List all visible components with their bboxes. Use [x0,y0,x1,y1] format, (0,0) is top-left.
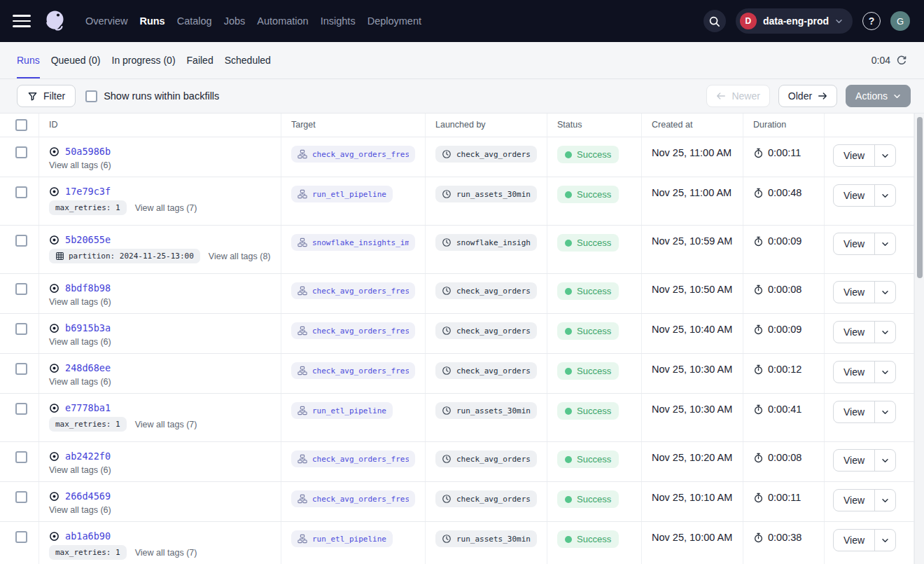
nav-insights[interactable]: Insights [321,15,356,27]
dagster-logo[interactable] [42,8,69,34]
row-checkbox[interactable] [15,283,27,295]
scrollbar-thumb[interactable] [917,117,923,278]
target-pill[interactable]: run_etl_pipeline [291,530,393,547]
target-pill[interactable]: check_avg_orders_freshne [291,450,415,467]
row-checkbox[interactable] [15,451,27,463]
select-all-checkbox[interactable] [15,119,27,131]
run-id-link[interactable]: e7778ba1 [65,402,111,413]
launched-by-pill[interactable]: snowflake_insights_… [435,234,537,251]
tab-runs[interactable]: Runs [17,42,40,78]
tab-in-progress[interactable]: In progress (0) [112,42,176,78]
view-all-tags-link[interactable]: View all tags (6) [49,337,111,347]
launched-by-pill[interactable]: check_avg_orders_f… [435,322,537,339]
run-id-link[interactable]: 266d4569 [65,490,111,502]
run-id-link[interactable]: 8bdf8b98 [65,282,111,294]
nav-catalog[interactable]: Catalog [177,15,212,27]
target-pill[interactable]: check_avg_orders_freshne [291,490,415,507]
view-button[interactable]: View [834,322,874,343]
view-button[interactable]: View [834,401,874,422]
asset-graph-icon [298,534,307,544]
newer-button[interactable]: Newer [706,85,769,107]
launched-by-pill[interactable]: run_assets_30min [435,186,537,202]
tab-scheduled[interactable]: Scheduled [225,42,271,78]
actions-button[interactable]: Actions [846,85,911,107]
run-id-link[interactable]: b6915b3a [65,322,111,333]
run-id-link[interactable]: 248d68ee [65,362,111,373]
view-all-tags-link[interactable]: View all tags (6) [49,160,111,170]
older-button[interactable]: Older [778,85,837,107]
view-all-tags-link[interactable]: View all tags (6) [49,377,111,387]
filter-button[interactable]: Filter [17,85,76,107]
target-pill[interactable]: check_avg_orders_freshne [291,282,415,299]
view-dropdown-button[interactable] [874,490,895,511]
run-id-link[interactable]: ab1a6b90 [65,530,111,542]
view-all-tags-link[interactable]: View all tags (8) [209,252,271,261]
view-dropdown-button[interactable] [874,185,895,206]
row-checkbox[interactable] [15,235,27,247]
view-button[interactable]: View [834,185,874,206]
scrollbar-track[interactable] [914,114,924,564]
menu-icon[interactable] [13,15,31,27]
view-dropdown-button[interactable] [874,401,895,422]
target-pill[interactable]: run_etl_pipeline [291,186,393,202]
row-checkbox[interactable] [15,531,27,543]
view-button[interactable]: View [834,362,874,383]
target-pill[interactable]: check_avg_orders_freshne [291,146,415,163]
view-all-tags-link[interactable]: View all tags (7) [135,548,197,558]
nav-deployment[interactable]: Deployment [368,15,421,27]
launched-by-pill[interactable]: check_avg_orders_f… [435,362,537,379]
launched-by-pill[interactable]: check_avg_orders_f… [435,490,537,507]
launched-by-pill[interactable]: check_avg_orders_f… [435,282,537,299]
view-dropdown-button[interactable] [874,450,895,471]
view-all-tags-link[interactable]: View all tags (6) [49,505,111,515]
view-dropdown-button[interactable] [874,362,895,383]
help-button[interactable]: ? [862,12,881,30]
run-target-icon [49,235,59,245]
tab-queued[interactable]: Queued (0) [51,42,101,78]
show-backfills-checkbox[interactable] [85,90,97,102]
view-dropdown-button[interactable] [874,145,895,166]
target-pill[interactable]: check_avg_orders_freshne [291,322,415,339]
launched-by-pill[interactable]: run_assets_30min [435,402,537,419]
target-pill[interactable]: run_etl_pipeline [291,402,393,419]
user-avatar[interactable]: G [890,11,910,31]
view-dropdown-button[interactable] [874,282,895,303]
view-all-tags-link[interactable]: View all tags (7) [135,203,197,213]
view-button[interactable]: View [834,490,874,511]
view-all-tags-link[interactable]: View all tags (6) [49,297,111,307]
run-id-link[interactable]: 17e79c3f [65,186,111,197]
nav-overview[interactable]: Overview [85,15,127,27]
row-checkbox[interactable] [15,146,27,158]
deployment-switcher[interactable]: D data-eng-prod [736,8,853,34]
tab-failed[interactable]: Failed [187,42,214,78]
view-button[interactable]: View [834,530,874,551]
view-all-tags-link[interactable]: View all tags (6) [49,465,111,475]
target-pill[interactable]: snowflake_insights_import [291,234,415,251]
row-checkbox[interactable] [15,186,27,198]
row-checkbox[interactable] [15,403,27,415]
view-all-tags-link[interactable]: View all tags (7) [135,420,197,429]
run-id-link[interactable]: 50a5986b [65,146,111,157]
view-button[interactable]: View [834,233,874,254]
view-button[interactable]: View [834,145,874,166]
run-id-link[interactable]: 5b20655e [65,234,111,245]
nav-automation[interactable]: Automation [257,15,308,27]
view-dropdown-button[interactable] [874,530,895,551]
refresh-icon[interactable] [896,55,907,66]
launched-by-pill[interactable]: run_assets_30min [435,530,537,547]
runs-table-body: 50a5986b View all tags (6) check_avg_ord… [0,137,914,564]
view-button[interactable]: View [834,282,874,303]
nav-jobs[interactable]: Jobs [224,15,246,27]
search-button[interactable] [704,10,726,32]
view-button[interactable]: View [834,450,874,471]
view-dropdown-button[interactable] [874,322,895,343]
nav-runs[interactable]: Runs [139,15,164,27]
run-id-link[interactable]: ab2422f0 [65,450,111,462]
view-dropdown-button[interactable] [874,233,895,254]
launched-by-pill[interactable]: check_avg_orders_f… [435,450,537,467]
target-pill[interactable]: check_avg_orders_freshne [291,362,415,379]
row-checkbox[interactable] [15,363,27,375]
launched-by-pill[interactable]: check_avg_orders_f… [435,146,537,163]
row-checkbox[interactable] [15,323,27,335]
row-checkbox[interactable] [15,491,27,503]
